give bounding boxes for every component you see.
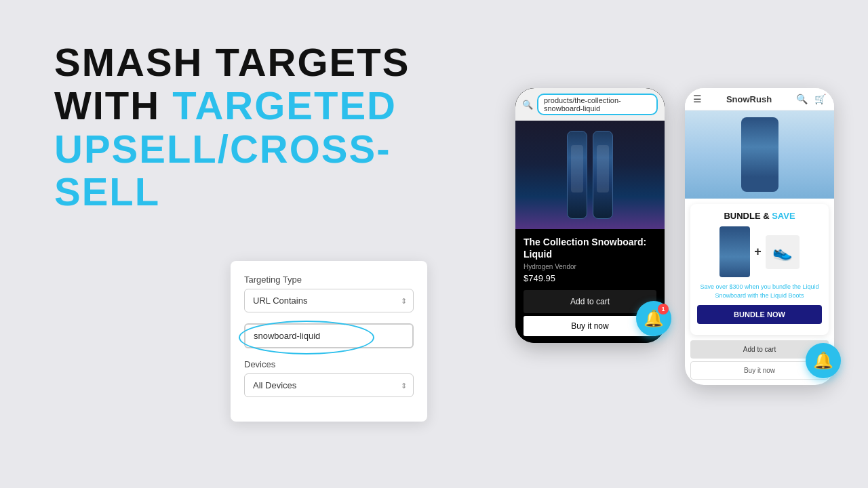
bundle-now-button[interactable]: BUNDLE NOW (697, 305, 822, 324)
phone1-bell-notification: 🔔 1 (636, 301, 671, 336)
headline-line2: WITH TARGETED (54, 84, 420, 127)
phone2-header-icons: 🔍 🛒 (796, 94, 826, 104)
snowboard-visual (567, 131, 613, 219)
phone2-header: ☰ SnowRush 🔍 🛒 (685, 88, 834, 110)
bundle-title-text: BUNDLE & (724, 211, 772, 221)
headline-line2-highlight: TARGETED (172, 83, 397, 127)
phones-section: 🔍 products/the-collection-snowboard-liqu… (515, 88, 834, 385)
phone1-add-to-cart-button[interactable]: Add to cart (524, 290, 656, 313)
phone1-url-bar: 🔍 products/the-collection-snowboard-liqu… (515, 88, 665, 121)
snowboard-1 (567, 131, 587, 219)
headline-line1: SMASH TARGETS (54, 41, 420, 84)
phone1-wrapper: 🔍 products/the-collection-snowboard-liqu… (515, 88, 665, 343)
targeting-type-select-wrapper: URL Contains ⇕ (244, 289, 414, 312)
bundle-boots-image: 👟 (766, 235, 800, 269)
targeting-type-select[interactable]: URL Contains (244, 289, 414, 312)
devices-select-wrapper: All Devices ⇕ (244, 373, 414, 397)
phone1-product-title: The Collection Snowboard: Liquid (524, 236, 656, 260)
phone1-price: $749.95 (524, 273, 656, 283)
phone2-wrapper: ☰ SnowRush 🔍 🛒 BUNDLE & SAVE + 👟 (685, 88, 834, 385)
bundle-description: Save over $300 when you bundle the Liqui… (697, 283, 822, 300)
boots-emoji-icon: 👟 (772, 243, 793, 262)
bundle-snowboard-image (719, 226, 750, 277)
main-headline: SMASH TARGETS WITH TARGETED UPSELL/CROSS… (54, 41, 420, 214)
snowboard-2 (593, 131, 613, 219)
phone1-bell-badge: 1 (658, 304, 669, 314)
left-section: SMASH TARGETS WITH TARGETED UPSELL/CROSS… (54, 41, 420, 214)
phone1-vendor: Hydrogen Vendor (524, 263, 656, 270)
phone2-cart-icon: 🛒 (814, 94, 826, 104)
url-input[interactable] (244, 323, 414, 348)
phone2-product-image (685, 110, 834, 199)
headline-line3: UPSELL/CROSS-SELL (54, 127, 420, 214)
phone2-bell-notification: 🔔 (806, 343, 841, 378)
targeting-card: Targeting Type URL Contains ⇕ Devices Al… (231, 261, 427, 422)
devices-select[interactable]: All Devices (244, 373, 414, 397)
phone1-product-image (515, 121, 665, 229)
phone2: ☰ SnowRush 🔍 🛒 BUNDLE & SAVE + 👟 (685, 88, 834, 385)
phone2-menu-icon: ☰ (693, 94, 702, 104)
bundle-products: + 👟 (697, 226, 822, 277)
bundle-save-text: SAVE (772, 211, 795, 221)
phone2-snowboard (741, 117, 778, 192)
headline-line2-prefix: WITH (54, 83, 172, 127)
devices-label: Devices (244, 359, 414, 369)
plus-icon: + (754, 245, 762, 259)
phone1-search-icon: 🔍 (522, 100, 533, 110)
phone1-url-text: products/the-collection-snowboard-liquid (537, 94, 658, 115)
url-input-wrapper (244, 323, 414, 348)
targeting-type-label: Targeting Type (244, 274, 414, 285)
bundle-offer-card: BUNDLE & SAVE + 👟 Save over $300 when yo… (690, 204, 829, 335)
phone2-bell-icon: 🔔 (813, 351, 833, 370)
bundle-title: BUNDLE & SAVE (697, 211, 822, 221)
phone2-search-icon: 🔍 (796, 94, 808, 104)
phone2-brand: SnowRush (726, 94, 772, 104)
